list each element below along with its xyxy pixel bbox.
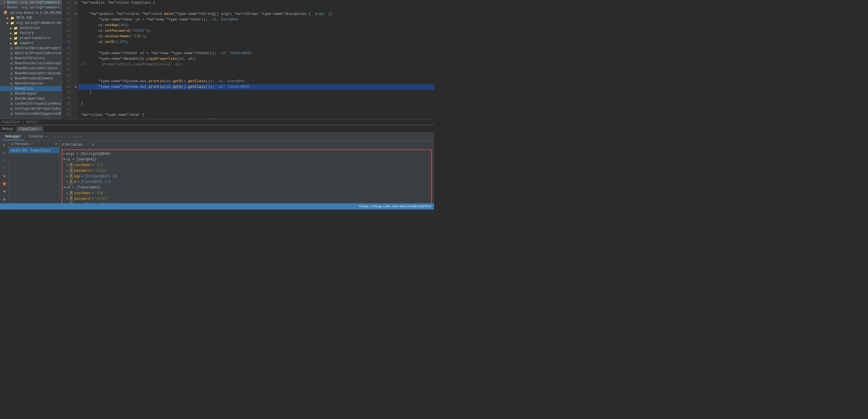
sidebar-item-label-16: BeansException xyxy=(15,82,43,86)
var-u2-label: u2 = {ToUser@942} xyxy=(66,185,100,190)
sidebar-item-19[interactable]: GBeanWrapperImpl xyxy=(0,96,61,101)
code-content-31: } xyxy=(79,101,434,106)
breakpoint-icon[interactable]: ● xyxy=(74,84,77,90)
filter-icon[interactable]: ▼ xyxy=(55,142,57,146)
code-content-14 xyxy=(79,6,434,11)
code-content-15: "kw">public "kw">static "kw">void main("… xyxy=(79,11,434,17)
settings-icon[interactable]: ⚙ xyxy=(1,196,8,202)
resume-button[interactable]: ▶ xyxy=(1,142,8,148)
var-u2-password-arrow[interactable]: ▶ xyxy=(67,196,68,201)
var-u1-age-name: age xyxy=(74,174,80,179)
var-args-label: args = {String[0]@940} xyxy=(66,152,111,157)
step-over-button[interactable]: ↷ xyxy=(1,150,8,156)
top-section: MMaven: org.springframework:spring-aop:4… xyxy=(0,0,434,119)
debug-panel: Debug: CopyClass × Debugger Console ↔ ↕ … xyxy=(0,125,434,203)
vars-toolbar-icon3[interactable]: ▼ xyxy=(92,143,94,147)
sidebar-item-18[interactable]: GBeanWrapper xyxy=(0,91,61,96)
code-line-25: 25 xyxy=(62,67,434,73)
sidebar-item-0[interactable]: MMaven: org.springframework:spring-aop:4… xyxy=(0,0,61,5)
var-u1-age-eq: = xyxy=(81,174,83,179)
sidebar-item-label-12: BeanInstantiationException xyxy=(15,61,62,65)
sidebar-item-20[interactable]: GCachedIntrospectionResults xyxy=(0,101,61,106)
line-gutter-27 xyxy=(73,78,79,84)
code-line-16: 16 "type-name">User u1 = "kw">new "type-… xyxy=(62,17,434,23)
code-line-30: 30 xyxy=(62,95,434,101)
debug-panels-container: ▶ ↷ ↓ ↑ ■ 🔕 ⊕ ⚙ ≡ Threads +* ▼ xyxy=(0,141,434,203)
session-tab[interactable]: CopyClass × xyxy=(17,127,43,132)
sidebar-item-5[interactable]: ▶ 📁annotation xyxy=(0,26,61,31)
tab-debugger[interactable]: Debugger xyxy=(2,133,24,140)
class-icon: G xyxy=(10,67,13,70)
sidebar-item-22[interactable]: GConversionNotSupportedException xyxy=(0,111,61,117)
code-line-32: 32 xyxy=(62,106,434,112)
tab-console[interactable]: Console ↔ xyxy=(26,133,50,140)
var-u2-age-arrow[interactable]: ▶ xyxy=(67,202,68,203)
code-content-22: "type-name">ToUser u2 = "kw">new "type-n… xyxy=(79,51,434,56)
threads-label: Threads xyxy=(14,142,28,146)
code-line-24: 24// PropertyUtils.copyProperties(u2, u1… xyxy=(62,62,434,67)
main-container: MMaven: org.springframework:spring-aop:4… xyxy=(0,0,434,210)
var-u2-password-val: "22222" xyxy=(95,196,108,201)
sidebar-item-label-18: BeanWrapper xyxy=(15,92,37,96)
sidebar-item-7[interactable]: ▶ 📁propertyeditors xyxy=(0,36,61,41)
sidebar-item-14[interactable]: GBeanMetadataAttributeAccessor xyxy=(0,71,61,76)
sidebar-item-6[interactable]: ▶ 📁factory xyxy=(0,31,61,36)
stop-button[interactable]: ■ xyxy=(1,173,8,179)
class-icon: G xyxy=(10,107,13,110)
sidebar-item-2[interactable]: 📦spring-beans-4.3.10.RELEASE.jar library… xyxy=(0,10,61,15)
fold-icon[interactable]: ▶ xyxy=(75,0,76,6)
folder-icon: ▶ 📁 xyxy=(10,41,18,45)
sidebar-item-1[interactable]: MMaven: org.springframework:spring-beans… xyxy=(0,5,61,10)
line-number-30: 30 xyxy=(62,95,73,101)
mute-button[interactable]: 🔕 xyxy=(1,181,8,187)
var-u2-arrow[interactable]: ▼ xyxy=(63,185,65,190)
sidebar-item-3[interactable]: ▶ 📁META-INF xyxy=(0,15,61,21)
var-u1-d-type: f xyxy=(69,180,73,185)
line-gutter-19 xyxy=(73,34,79,39)
vars-toolbar-icon2[interactable]: ↓ xyxy=(90,143,91,147)
sidebar-item-label-2: spring-beans-4.3.10.RELEASE.jar library … xyxy=(9,11,62,15)
code-content-32 xyxy=(79,106,434,112)
var-u1-age-arrow[interactable]: ▶ xyxy=(67,174,68,179)
close-session-icon[interactable]: × xyxy=(39,127,40,130)
sidebar-item-16[interactable]: GBeansException xyxy=(0,81,61,86)
variables-highlight-box: ▶ args = {String[0]@940} ▼ u1 = {User@94… xyxy=(62,150,432,203)
var-u1-password-arrow[interactable]: ▶ xyxy=(67,168,68,173)
line-gutter-32 xyxy=(73,106,79,112)
step-out-button[interactable]: ↑ xyxy=(1,165,8,172)
var-u2-username-val: "王黄" xyxy=(95,191,105,196)
vars-toolbar-icon1[interactable]: ↑ xyxy=(86,143,88,147)
inline-value-16: u1: User@941 xyxy=(208,18,239,22)
sidebar-item-21[interactable]: GConfigurablePropertyAccessor xyxy=(0,106,61,111)
var-u2-username-arrow[interactable]: ▶ xyxy=(67,191,68,196)
sidebar-item-label-20: CachedIntrospectionResults xyxy=(15,102,62,106)
var-u1-username-eq: = xyxy=(91,163,93,168)
sidebar-item-label-5: annotation xyxy=(20,26,40,30)
sidebar-item-11[interactable]: GBeanInfoFactory xyxy=(0,56,61,61)
line-gutter-28: ● xyxy=(73,84,79,90)
sidebar-item-9[interactable]: GAbstractNestablePropertyAccessor xyxy=(0,46,61,51)
sidebar-item-label-10: AbstractPropertyAccessor xyxy=(15,51,62,55)
code-content-27: "type-name">System.out.println(u1.getD()… xyxy=(79,78,434,84)
class-icon: G xyxy=(10,57,13,60)
sidebar-item-15[interactable]: GBeanMetadataElement xyxy=(0,76,61,81)
code-line-33: 33"kw">class "type-name">User { xyxy=(62,112,434,118)
sidebar-item-4[interactable]: ▶ 📁org.springframework.beans xyxy=(0,21,61,26)
threads-header: ≡ Threads +* ▼ xyxy=(9,141,59,148)
var-u1-username-arrow[interactable]: ▶ xyxy=(67,163,68,168)
var-u1-arrow[interactable]: ▼ xyxy=(63,157,65,162)
var-u1-d-arrow[interactable]: ▶ xyxy=(67,180,68,185)
sidebar-item-10[interactable]: GAbstractPropertyAccessor xyxy=(0,51,61,56)
fold-icon[interactable]: ▶ xyxy=(75,11,76,17)
breakpoints-button[interactable]: ⊕ xyxy=(1,189,8,195)
debug-tab-bar: Debugger Console ↔ ↕ ↕ ↕ ↕ ↕ ↕ ≡ ≡ xyxy=(0,133,434,141)
sidebar-item-13[interactable]: GBeanMetadataAttribute xyxy=(0,66,61,71)
sidebar-item-12[interactable]: GBeanInstantiationException xyxy=(0,61,61,66)
sidebar-item-8[interactable]: ▶ 📁support xyxy=(0,41,61,46)
step-into-button[interactable]: ↓ xyxy=(1,158,8,164)
thread-item-main[interactable]: main:28, CopyClass xyxy=(9,148,59,153)
var-args-row: ▶ args = {String[0]@940} xyxy=(63,151,430,157)
var-args-arrow[interactable]: ▶ xyxy=(63,152,65,157)
sidebar-item-17[interactable]: GBeanUtils xyxy=(0,86,61,91)
code-content-17: u1.setAge(10); xyxy=(79,23,434,28)
